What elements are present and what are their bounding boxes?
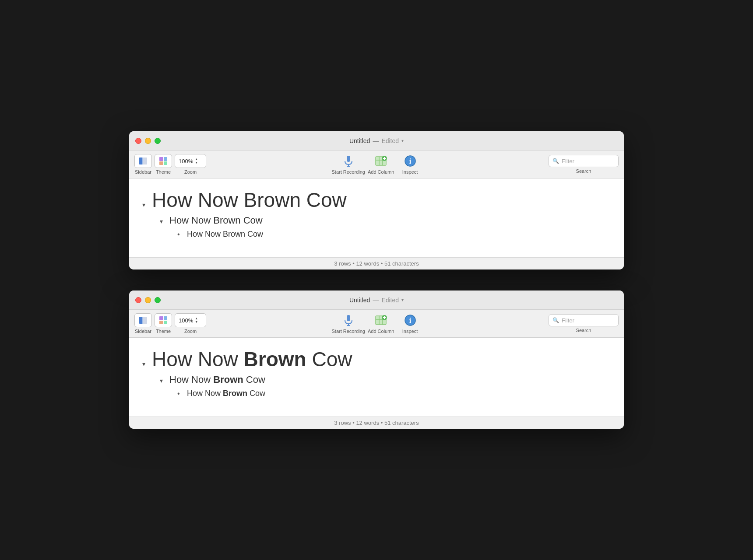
start-recording-button-2[interactable] <box>341 313 356 327</box>
row1-text[interactable]: How Now Brown Cow <box>152 189 347 211</box>
inspect-group-2[interactable]: i Inspect <box>397 313 423 334</box>
window-title-2: Untitled — Edited ▾ <box>349 297 404 304</box>
theme-button[interactable] <box>155 154 172 168</box>
zoom-stepper-2[interactable]: ▲ ▼ <box>195 317 198 324</box>
zoom-down-arrow-2[interactable]: ▼ <box>195 320 198 324</box>
add-column-icon-2 <box>375 314 387 326</box>
inspect-group[interactable]: i Inspect <box>397 154 423 175</box>
zoom-up-arrow[interactable]: ▲ <box>195 158 198 161</box>
row3-text[interactable]: How Now Brown Cow <box>187 230 263 239</box>
outline-row-1: ▾ How Now Brown Cow <box>142 187 611 213</box>
outline-row-1-w2: ▾ How Now Brown Cow <box>142 346 611 372</box>
sidebar-toolbar-group-2: Sidebar <box>134 313 152 334</box>
outline-row-2-w2: ▾ How Now Brown Cow <box>142 372 611 387</box>
outline-row-3-w2: • How Now Brown Cow <box>142 387 611 400</box>
doc-name-1: Untitled <box>349 137 370 144</box>
zoom-stepper[interactable]: ▲ ▼ <box>195 158 198 164</box>
row2-text[interactable]: How Now Brown Cow <box>169 215 263 226</box>
theme-label: Theme <box>156 169 171 175</box>
inspect-button-2[interactable]: i <box>402 313 418 327</box>
content-area-1: ▾ How Now Brown Cow ▾ How Now Brown Cow … <box>129 178 624 257</box>
theme-toolbar-group-2: Theme <box>155 313 172 334</box>
add-column-button[interactable] <box>373 154 389 168</box>
svg-rect-19 <box>139 317 142 324</box>
row2-text-w2[interactable]: How Now Brown Cow <box>169 374 265 385</box>
content-area-2: ▾ How Now Brown Cow ▾ How Now Brown Cow … <box>129 338 624 416</box>
microphone-icon-2 <box>343 314 354 326</box>
start-recording-group-2[interactable]: Start Recording <box>332 313 365 334</box>
inspect-label-2: Inspect <box>402 329 418 334</box>
sidebar-button-2[interactable] <box>134 313 152 327</box>
row2-pre-w2: How Now <box>169 374 213 385</box>
svg-rect-7 <box>347 156 350 162</box>
sidebar-button[interactable] <box>134 154 152 168</box>
inspect-label: Inspect <box>402 169 418 175</box>
row2-bold-w2: Brown <box>213 374 243 385</box>
row1-bold-w2: Brown <box>244 348 306 371</box>
add-column-button-2[interactable] <box>373 313 389 327</box>
zoom-label: Zoom <box>184 169 197 175</box>
add-column-group-2[interactable]: Add Column <box>368 313 394 334</box>
sidebar-icon <box>138 156 148 166</box>
theme-button-2[interactable] <box>155 313 172 327</box>
inspect-button[interactable]: i <box>402 154 418 168</box>
statusbar-2: 3 rows • 12 words • 51 characters <box>129 416 624 429</box>
search-box-2[interactable]: 🔍 Filter <box>549 314 619 326</box>
window-1: Untitled — Edited ▾ Sidebar <box>129 131 624 270</box>
minimize-button-2[interactable] <box>145 297 151 303</box>
zoom-value-2: 100% <box>179 317 193 324</box>
row3-pre-w2: How Now <box>187 389 223 398</box>
start-recording-button[interactable] <box>341 154 356 168</box>
edited-label-2: Edited <box>381 297 399 304</box>
microphone-icon <box>343 155 354 167</box>
search-box[interactable]: 🔍 Filter <box>549 155 619 167</box>
search-icon: 🔍 <box>552 158 559 164</box>
svg-rect-1 <box>143 158 147 164</box>
statusbar-text-2: 3 rows • 12 words • 51 characters <box>334 420 419 426</box>
zoom-toolbar-group-2: 100% ▲ ▼ Zoom <box>175 313 206 334</box>
maximize-button-1[interactable] <box>155 138 161 144</box>
toolbar-2: Sidebar Theme 100% ▲ ▼ Zoom <box>129 310 624 338</box>
inspect-icon-2: i <box>404 314 416 326</box>
window-title-1: Untitled — Edited ▾ <box>349 137 404 144</box>
start-recording-label: Start Recording <box>332 169 365 175</box>
row1-post-w2: Cow <box>306 348 352 371</box>
row3-post-w2: Cow <box>247 389 265 398</box>
add-column-group[interactable]: Add Column <box>368 154 394 175</box>
row3-bullet-w2: • <box>177 390 183 398</box>
row1-arrow-w2: ▾ <box>142 360 148 368</box>
traffic-lights-1 <box>135 138 161 144</box>
maximize-button-2[interactable] <box>155 297 161 303</box>
add-column-label: Add Column <box>368 169 394 175</box>
svg-rect-5 <box>159 161 163 165</box>
start-recording-group[interactable]: Start Recording <box>332 154 365 175</box>
row3-text-w2[interactable]: How Now Brown Cow <box>187 389 265 398</box>
titlebar-1: Untitled — Edited ▾ <box>129 131 624 150</box>
statusbar-text-1: 3 rows • 12 words • 51 characters <box>334 260 419 267</box>
start-recording-label-2: Start Recording <box>332 329 365 334</box>
sidebar-toolbar-group: Sidebar <box>134 154 152 175</box>
statusbar-1: 3 rows • 12 words • 51 characters <box>129 257 624 270</box>
zoom-control-2[interactable]: 100% ▲ ▼ <box>175 313 206 327</box>
titlebar-2: Untitled — Edited ▾ <box>129 290 624 310</box>
svg-rect-0 <box>139 158 142 164</box>
outline-row-2: ▾ How Now Brown Cow <box>142 213 611 228</box>
row3-bold-w2: Brown <box>223 389 247 398</box>
zoom-up-arrow-2[interactable]: ▲ <box>195 317 198 320</box>
row1-arrow: ▾ <box>142 201 148 208</box>
close-button-1[interactable] <box>135 138 141 144</box>
zoom-down-arrow[interactable]: ▼ <box>195 161 198 164</box>
theme-icon <box>158 156 168 166</box>
row1-text-w2[interactable]: How Now Brown Cow <box>152 348 352 371</box>
zoom-label-2: Zoom <box>184 329 197 334</box>
zoom-control[interactable]: 100% ▲ ▼ <box>175 154 206 168</box>
search-label-2: Search <box>576 328 591 333</box>
svg-rect-26 <box>347 315 350 321</box>
title-chevron-2[interactable]: ▾ <box>401 298 404 302</box>
minimize-button-1[interactable] <box>145 138 151 144</box>
row3-bullet: • <box>177 231 183 238</box>
title-chevron-1[interactable]: ▾ <box>401 138 404 143</box>
close-button-2[interactable] <box>135 297 141 303</box>
svg-rect-22 <box>159 316 163 320</box>
toolbar-1: Sidebar Theme 100% ▲ ▼ <box>129 150 624 178</box>
